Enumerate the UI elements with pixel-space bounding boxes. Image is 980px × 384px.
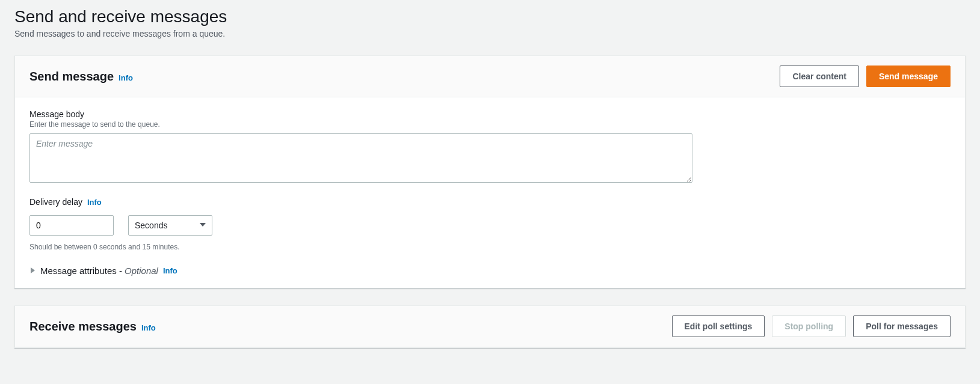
delivery-delay-info-link[interactable]: Info: [87, 198, 102, 207]
page-title: Send and receive messages: [14, 7, 966, 26]
send-panel-header: Send message Info Clear content Send mes…: [15, 56, 965, 97]
delivery-delay-value-input[interactable]: [29, 215, 114, 236]
send-panel-info-link[interactable]: Info: [119, 73, 133, 82]
send-message-panel: Send message Info Clear content Send mes…: [14, 55, 966, 288]
delivery-delay-unit-value: Seconds: [135, 221, 167, 230]
receive-panel-info-link[interactable]: Info: [141, 323, 156, 332]
message-body-label: Message body: [29, 109, 951, 119]
receive-panel-title: Receive messages: [29, 320, 137, 334]
message-body-input[interactable]: [29, 133, 692, 183]
stop-polling-button: Stop polling: [772, 315, 846, 337]
edit-poll-settings-button[interactable]: Edit poll settings: [672, 315, 765, 337]
delivery-delay-unit-select[interactable]: Seconds: [128, 215, 212, 236]
message-body-desc: Enter the message to send to the queue.: [29, 120, 951, 129]
message-attributes-optional: Optional: [125, 266, 158, 276]
message-attributes-label: Message attributes -: [40, 266, 125, 276]
page-subtitle: Send messages to and receive messages fr…: [14, 29, 966, 38]
message-attributes-expander[interactable]: Message attributes - Optional Info: [29, 266, 951, 276]
send-message-button[interactable]: Send message: [866, 66, 951, 87]
delivery-delay-label: Delivery delay: [29, 197, 82, 207]
message-attributes-info-link[interactable]: Info: [163, 266, 177, 275]
poll-for-messages-button[interactable]: Poll for messages: [853, 315, 951, 337]
receive-messages-panel: Receive messages Info Edit poll settings…: [14, 305, 966, 348]
receive-panel-header: Receive messages Info Edit poll settings…: [15, 306, 965, 347]
caret-right-icon: [29, 267, 35, 275]
send-panel-title: Send message: [29, 70, 114, 84]
delivery-delay-hint: Should be between 0 seconds and 15 minut…: [29, 243, 951, 251]
clear-content-button[interactable]: Clear content: [780, 66, 858, 87]
